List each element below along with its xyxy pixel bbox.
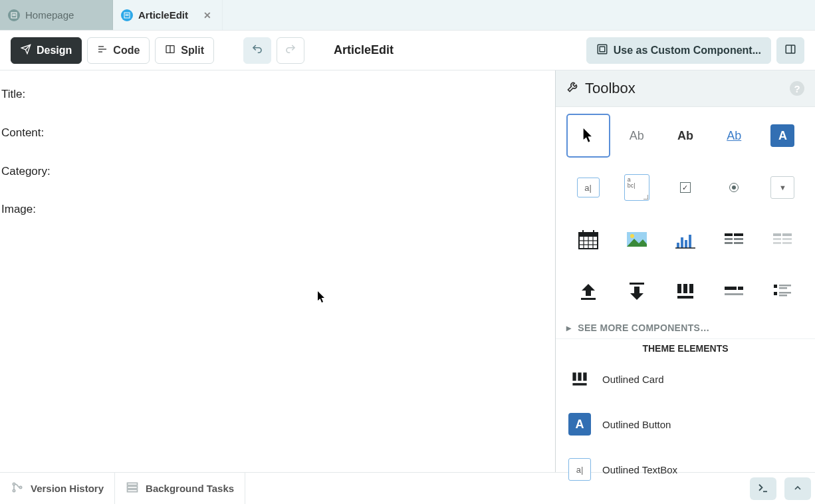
component-radio[interactable] (710, 170, 758, 205)
component-textbox[interactable]: a| (564, 170, 612, 205)
field-label: Category: (1, 164, 552, 180)
svg-rect-56 (779, 292, 791, 294)
caret-right-icon: ▸ (566, 322, 571, 333)
button-icon: A (568, 412, 592, 436)
cursor-icon (317, 291, 326, 303)
toggle-panel-button[interactable] (776, 37, 804, 64)
button-label: Split (181, 45, 204, 57)
component-button[interactable]: A (758, 118, 807, 154)
component-label[interactable]: Ab (612, 118, 661, 154)
button-label: Code (113, 45, 140, 57)
see-more-label: SEE MORE COMPONENTS… (578, 322, 709, 333)
svg-rect-45 (677, 284, 681, 293)
component-icon (596, 43, 608, 58)
see-more-components[interactable]: ▸ SEE MORE COMPONENTS… (556, 315, 815, 339)
component-link[interactable]: Ab (710, 118, 758, 154)
svg-rect-52 (774, 285, 777, 288)
help-icon[interactable]: ? (790, 81, 804, 96)
component-dropdown[interactable]: ▼ (758, 170, 807, 205)
wrench-icon (566, 80, 580, 97)
component-pointer[interactable] (564, 118, 612, 154)
split-button[interactable]: Split (155, 37, 214, 64)
svg-rect-36 (734, 242, 743, 244)
svg-rect-67 (128, 489, 138, 491)
redo-button[interactable] (277, 37, 304, 64)
svg-rect-26 (677, 243, 679, 248)
svg-rect-27 (681, 237, 683, 248)
undo-button[interactable] (243, 37, 271, 64)
component-columns[interactable] (661, 273, 709, 309)
component-chart[interactable] (661, 221, 709, 257)
component-download[interactable] (612, 273, 661, 309)
svg-rect-28 (685, 240, 687, 248)
svg-rect-54 (779, 287, 787, 289)
panel-icon (784, 43, 796, 58)
component-hr[interactable] (710, 273, 758, 309)
svg-rect-61 (572, 383, 586, 386)
svg-rect-42 (782, 242, 792, 244)
tab-articleedit[interactable]: ArticleEdit ✕ (113, 0, 223, 30)
field-label: Content: (1, 125, 552, 141)
console-button[interactable] (750, 477, 776, 500)
design-button[interactable]: Design (11, 37, 82, 64)
svg-rect-11 (598, 45, 607, 54)
page-title: ArticleEdit (334, 43, 394, 57)
code-button[interactable]: Code (87, 37, 150, 64)
component-data-grid[interactable] (710, 221, 758, 257)
component-textarea[interactable]: abc| (612, 170, 661, 205)
svg-point-63 (13, 489, 15, 491)
toolbox-title: Toolbox (585, 80, 636, 97)
toolbox-panel: Toolbox ? Ab Ab Ab A a| abc| ✓ ▼ (556, 70, 815, 472)
svg-rect-12 (600, 47, 605, 52)
terminal-icon (757, 482, 769, 496)
svg-rect-34 (734, 238, 743, 240)
version-history-tab[interactable]: Version History (0, 473, 115, 504)
svg-rect-47 (689, 284, 693, 293)
undo-icon (251, 43, 263, 58)
svg-rect-31 (725, 233, 733, 236)
close-icon[interactable]: ✕ (201, 10, 214, 21)
svg-rect-58 (572, 372, 576, 380)
svg-rect-65 (128, 483, 138, 485)
history-icon (11, 481, 24, 496)
tab-label: Homepage (25, 9, 74, 21)
paper-plane-icon (21, 44, 31, 57)
svg-rect-35 (725, 242, 733, 244)
use-custom-component-button[interactable]: Use as Custom Component... (586, 37, 771, 64)
footer-tab-label: Version History (31, 483, 104, 494)
tab-homepage[interactable]: Homepage (0, 0, 113, 30)
expand-button[interactable] (784, 477, 811, 500)
main-area: Title: Content: Category: Image: Toolbox… (0, 70, 815, 472)
svg-rect-38 (782, 233, 792, 236)
component-data-grid-light[interactable] (758, 221, 807, 257)
svg-rect-29 (689, 235, 691, 248)
svg-rect-53 (779, 285, 791, 287)
svg-rect-59 (578, 372, 581, 380)
component-upload[interactable] (564, 273, 612, 309)
theme-elements-title: THEME ELEMENTS (556, 339, 815, 356)
component-checkbox[interactable]: ✓ (661, 170, 709, 205)
svg-rect-39 (773, 238, 781, 240)
theme-outlined-card[interactable]: Outlined Card (556, 356, 815, 402)
theme-item-label: Outlined Card (602, 374, 664, 385)
component-label-bold[interactable]: Ab (661, 118, 709, 154)
footer-bar: Version History Background Tasks (0, 472, 815, 504)
toolbox-header: Toolbox ? (556, 70, 815, 107)
design-canvas[interactable]: Title: Content: Category: Image: (0, 70, 556, 472)
svg-rect-49 (725, 287, 737, 290)
svg-point-25 (630, 234, 634, 238)
svg-rect-13 (786, 45, 795, 53)
component-image[interactable] (612, 221, 661, 257)
field-label: Image: (1, 201, 552, 217)
svg-point-64 (19, 486, 21, 488)
lines-icon (97, 44, 108, 57)
tasks-icon (126, 481, 139, 496)
svg-rect-48 (677, 296, 693, 299)
svg-rect-43 (581, 298, 596, 300)
svg-rect-41 (773, 242, 781, 244)
component-grid: Ab Ab Ab A a| abc| ✓ ▼ (556, 107, 815, 315)
theme-outlined-button[interactable]: A Outlined Button (556, 402, 815, 447)
component-calendar[interactable] (564, 221, 612, 257)
background-tasks-tab[interactable]: Background Tasks (115, 473, 245, 504)
component-list[interactable] (758, 273, 807, 309)
